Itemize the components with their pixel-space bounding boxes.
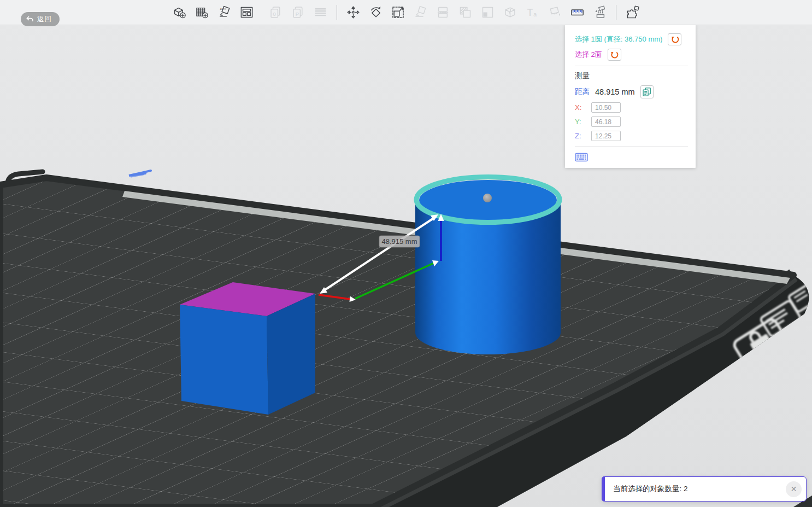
add-plate-icon [195, 5, 209, 20]
reset-icon [670, 35, 679, 44]
add-plate-button[interactable] [192, 2, 213, 23]
distance-label: 距离 [575, 87, 590, 97]
selection-row-faces: 选择 2面 [575, 49, 688, 61]
x-axis-label: X: [575, 103, 587, 112]
build-plate [0, 172, 793, 507]
paint-icon [548, 5, 562, 20]
measure-point-marker [483, 194, 492, 202]
y-axis-label: Y: [575, 118, 587, 126]
simplify-mesh-button [500, 2, 521, 23]
z-component-input[interactable] [591, 131, 621, 141]
reset-circle-selection-button[interactable] [668, 33, 681, 45]
auto-orient-icon: AUTO [217, 5, 232, 20]
back-button-label: 返回 [37, 15, 52, 24]
copy-distance-button[interactable] [640, 85, 654, 98]
assembly-icon [592, 5, 607, 20]
paste-icon: P [291, 5, 305, 20]
move-icon [346, 5, 361, 20]
cube-front-face[interactable] [180, 305, 268, 415]
cylinder-object[interactable] [415, 177, 561, 355]
undo-arrow-icon [26, 16, 34, 22]
selection-faces-label: 选择 2面 [575, 50, 602, 60]
distance-value: 48.915 mm [595, 88, 635, 96]
keyboard-input-button[interactable] [575, 151, 588, 164]
lay-on-face-icon [413, 5, 428, 20]
lay-on-face-button [410, 2, 431, 23]
measure-button[interactable] [567, 2, 588, 23]
arrange-icon [239, 5, 254, 20]
copy-count-icon: 0 [268, 5, 283, 20]
toolbar-separator [616, 5, 616, 20]
layers-list-icon [313, 5, 328, 20]
keyboard-icon [575, 153, 588, 162]
y-component-input[interactable] [591, 116, 621, 127]
simplify-mesh-icon [503, 5, 517, 20]
notification-close-button[interactable]: ✕ [786, 481, 802, 497]
top-toolbar: AUTO 0 P [0, 0, 812, 25]
axis-row-x: X: [575, 102, 688, 113]
axis-row-y: Y: [575, 116, 688, 127]
paste-button: P [288, 2, 309, 23]
add-text-icon: T a [525, 5, 540, 20]
scale-button[interactable] [388, 2, 409, 23]
panel-divider [575, 66, 688, 66]
arrange-button[interactable] [237, 2, 257, 23]
fill-region-icon [480, 5, 495, 20]
toolbar-separator [337, 5, 337, 20]
move-button[interactable] [343, 2, 364, 23]
assembly-button[interactable] [590, 2, 610, 23]
measure-panel: 选择 1圆 (直径: 36.750 mm) 选择 2面 测量 距离 48.915… [565, 25, 696, 168]
cut-icon [436, 5, 450, 20]
paint-button [545, 2, 566, 23]
cube-object[interactable] [180, 282, 315, 415]
cut-button [433, 2, 454, 23]
add-text-button: T a [522, 2, 543, 23]
svg-text:T: T [527, 7, 533, 18]
layers-list-button [310, 2, 331, 23]
notification-text: 当前选择的对象数量: 2 [613, 484, 786, 494]
rotate-button[interactable] [366, 2, 386, 23]
selection-circle-label: 选择 1圆 (直径: 36.750 mm) [575, 34, 662, 44]
reset-icon [610, 50, 619, 59]
svg-text:0: 0 [273, 11, 276, 17]
x-component-input[interactable] [591, 102, 621, 113]
boolean-button [455, 2, 476, 23]
back-button[interactable]: 返回 [21, 12, 60, 26]
split-button[interactable] [622, 2, 643, 23]
svg-text:a: a [533, 11, 537, 18]
copy-count-button: 0 [266, 2, 286, 23]
copy-icon [642, 87, 651, 97]
selection-count-notification: 当前选择的对象数量: 2 ✕ [602, 476, 807, 502]
distance-label: 48.915 mm [381, 237, 417, 246]
add-object-icon [172, 5, 187, 20]
measure-section-title: 测量 [575, 71, 688, 81]
close-icon: ✕ [791, 485, 797, 493]
reset-faces-selection-button[interactable] [608, 49, 621, 61]
distance-row: 距离 48.915 mm [575, 85, 688, 98]
axis-row-z: Z: [575, 131, 688, 141]
panel-divider [575, 146, 688, 147]
boolean-icon [458, 5, 473, 20]
rotate-icon [368, 5, 383, 20]
notification-accent-bar [602, 476, 605, 502]
auto-orient-button[interactable]: AUTO [214, 2, 235, 23]
svg-text:P: P [296, 11, 299, 17]
blue-scribble-decoration [129, 171, 151, 177]
measure-icon [570, 5, 585, 20]
app-window: 48.915 mm AUTO 0 P [0, 0, 812, 507]
add-object-button[interactable] [169, 2, 190, 23]
z-axis-label: Z: [575, 132, 587, 140]
fill-region-button [478, 2, 498, 23]
scale-icon [391, 5, 405, 20]
svg-text:AUTO: AUTO [220, 8, 226, 10]
selection-row-circle: 选择 1圆 (直径: 36.750 mm) [575, 33, 688, 45]
split-icon [625, 5, 640, 20]
